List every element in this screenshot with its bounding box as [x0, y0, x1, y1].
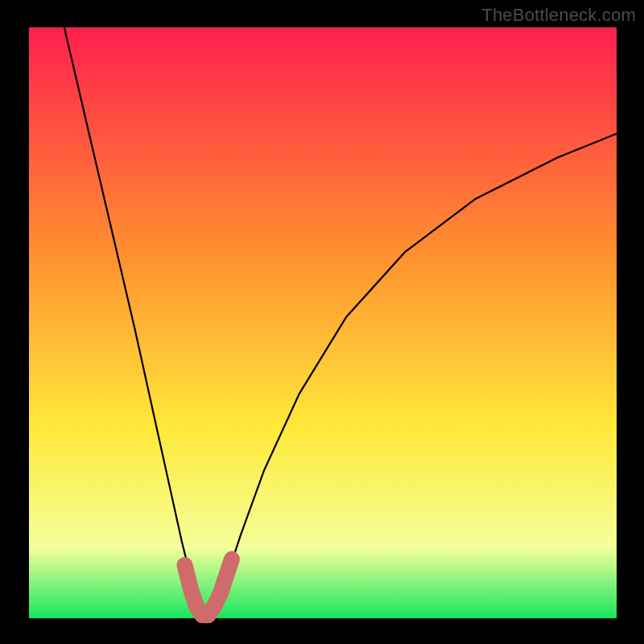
- plot-background: [29, 27, 617, 618]
- bottleneck-chart: [0, 0, 644, 644]
- chart-frame: TheBottleneck.com: [0, 0, 644, 644]
- watermark-text: TheBottleneck.com: [481, 5, 636, 26]
